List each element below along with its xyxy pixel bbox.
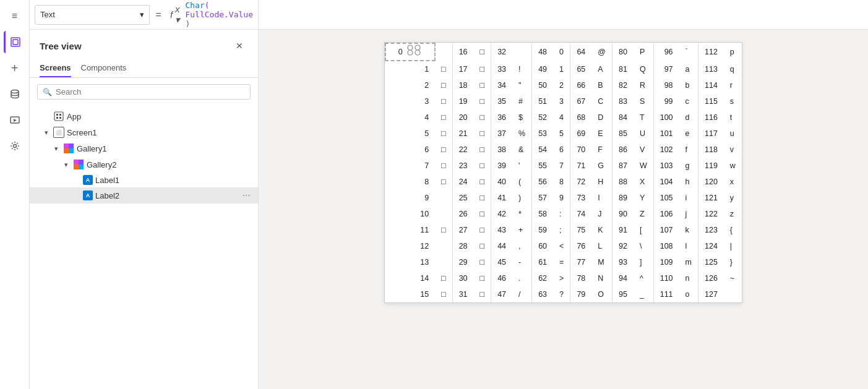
ascii-char: E — [591, 126, 612, 142]
svg-rect-7 — [59, 114, 61, 116]
tab-screens[interactable]: Screens — [40, 59, 71, 77]
ascii-char: 2 — [553, 77, 570, 93]
svg-rect-5 — [54, 112, 63, 121]
ascii-char: P — [634, 43, 653, 61]
ascii-char: □ — [474, 206, 491, 222]
ascii-num: 6 — [385, 142, 435, 158]
ascii-num: 30 — [452, 270, 473, 286]
ascii-char: 5 — [553, 126, 570, 142]
table-row: 4□20□36$52468D84T100d116t — [385, 109, 742, 126]
ascii-num: 83 — [612, 93, 634, 109]
screen1-expand-icon: ▾ — [42, 129, 51, 137]
ascii-char: $ — [512, 109, 532, 126]
ascii-num: 70 — [570, 142, 591, 158]
svg-rect-12 — [64, 148, 69, 153]
ascii-char: = — [553, 254, 570, 270]
ascii-char: M — [591, 254, 612, 270]
tree-item-screen1[interactable]: ▾ ⬜ Screen1 — [30, 124, 258, 140]
ascii-char: ] — [634, 254, 653, 270]
ascii-num: 111 — [653, 286, 679, 302]
ascii-num: 86 — [612, 142, 634, 158]
ascii-char: C — [591, 93, 612, 109]
ascii-num: 115 — [698, 93, 724, 109]
property-select[interactable]: Text ▾ — [35, 5, 150, 25]
search-input[interactable] — [56, 87, 245, 96]
ascii-char: □ — [474, 238, 491, 254]
ascii-num: 56 — [532, 174, 553, 190]
ascii-num: 80 — [612, 43, 634, 61]
svg-rect-8 — [56, 117, 58, 119]
canvas-area: 0 16□3248064@80P96`112p1□17□33!49165A81Q… — [259, 30, 868, 389]
tree-tabs: Screens Components — [30, 54, 258, 78]
tree-item-gallery2[interactable]: ▾ Gallery2 — [30, 156, 258, 173]
ascii-char: V — [634, 142, 653, 158]
svg-point-4 — [13, 145, 16, 148]
ascii-char: □ — [474, 286, 491, 302]
ascii-char: □ — [435, 93, 452, 109]
ascii-num: 8 — [385, 174, 435, 190]
ascii-char: p — [724, 43, 742, 61]
ascii-char: □ — [435, 270, 452, 286]
tab-components[interactable]: Components — [81, 59, 127, 77]
ascii-num: 89 — [612, 190, 634, 206]
ascii-num: 105 — [653, 190, 679, 206]
ascii-num: 118 — [698, 142, 724, 158]
ascii-num: 96 — [653, 43, 679, 61]
ascii-char: □ — [474, 109, 491, 126]
ascii-num: 45 — [491, 254, 512, 270]
ascii-num: 14 — [385, 270, 435, 286]
media-icon[interactable] — [4, 109, 26, 131]
ascii-char: 9 — [553, 190, 570, 206]
tree-item-gallery1[interactable]: ▾ Gallery1 — [30, 140, 258, 156]
ascii-char: s — [724, 93, 742, 109]
ascii-num: 16 — [452, 43, 473, 61]
screen-icon: ⬜ — [53, 127, 64, 138]
gallery1-label: Gallery1 — [77, 144, 253, 153]
more-options-icon[interactable]: ··· — [240, 190, 253, 201]
hamburger-icon[interactable]: ≡ — [4, 5, 26, 27]
ascii-char — [724, 286, 742, 302]
ascii-char: Y — [634, 190, 653, 206]
layers-icon[interactable] — [4, 31, 26, 53]
ascii-char: □ — [435, 109, 452, 126]
tree-item-app[interactable]: App — [30, 108, 258, 124]
ascii-num: 9 — [385, 190, 435, 206]
ascii-num: 31 — [452, 286, 473, 302]
main-area: 0 16□3248064@80P96`112p1□17□33!49165A81Q… — [259, 0, 868, 389]
ascii-num: 116 — [698, 109, 724, 126]
tree-item-label2[interactable]: A Label2 ··· — [30, 187, 258, 203]
ascii-num: 25 — [452, 190, 473, 206]
tree-panel: Text ▾ = fx ▾ Char( FullCode.Value ) Tre… — [30, 0, 259, 389]
ascii-num: 71 — [570, 158, 591, 174]
left-toolbar: ≡ + — [0, 0, 30, 389]
ascii-char: ) — [512, 190, 532, 206]
ascii-num: 18 — [452, 77, 473, 93]
table-row: 1026□42*58:74J90Z106j122z — [385, 206, 742, 222]
ascii-num: 1 — [385, 61, 435, 77]
tree-item-label1[interactable]: A Label1 — [30, 173, 258, 187]
ascii-num: 46 — [491, 270, 512, 286]
app-label: App — [67, 112, 253, 121]
settings-icon[interactable] — [4, 135, 26, 157]
label2-label: Label2 — [95, 191, 238, 200]
ascii-char: n — [679, 270, 698, 286]
ascii-num: 82 — [612, 77, 634, 93]
table-row: 1□17□33!49165A81Q97a113q — [385, 61, 742, 77]
ascii-num: 108 — [653, 238, 679, 254]
gallery1-icon — [63, 143, 74, 154]
ascii-char: / — [512, 286, 532, 302]
tree-header: Tree view ✕ — [30, 30, 258, 54]
ascii-num: 54 — [532, 142, 553, 158]
ascii-num: 113 — [698, 61, 724, 77]
close-button[interactable]: ✕ — [231, 37, 248, 54]
ascii-char: □ — [474, 190, 491, 206]
ascii-num: 120 — [698, 174, 724, 190]
formula-content[interactable]: Char( FullCode.Value ) — [185, 1, 253, 28]
plus-icon[interactable]: + — [4, 57, 26, 79]
ascii-char: t — [724, 109, 742, 126]
database-icon[interactable] — [4, 83, 26, 105]
ascii-char: c — [679, 93, 698, 109]
ascii-num: 125 — [698, 254, 724, 270]
ascii-char: g — [679, 158, 698, 174]
ascii-char: { — [724, 222, 742, 238]
